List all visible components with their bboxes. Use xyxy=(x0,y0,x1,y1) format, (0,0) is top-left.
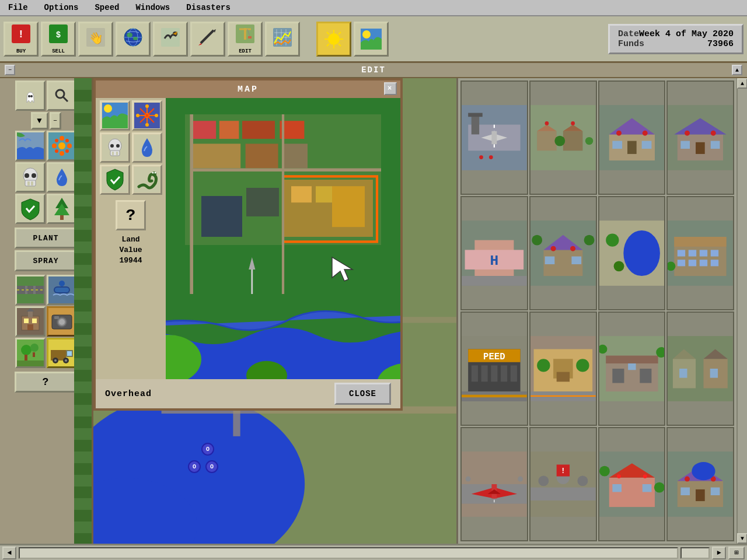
wildlife-button[interactable] xyxy=(153,22,188,57)
svg-point-129 xyxy=(145,104,149,108)
svg-rect-213 xyxy=(544,257,554,264)
map-shield-button[interactable] xyxy=(100,164,130,195)
svg-point-191 xyxy=(642,131,647,136)
minimize-sidebar-button[interactable]: − xyxy=(50,112,61,130)
sidebar-row-5 xyxy=(15,306,77,337)
map-skull-button[interactable] xyxy=(100,132,130,163)
map-close-x-button[interactable]: × xyxy=(384,82,397,95)
menu-disasters[interactable]: Disasters xyxy=(178,2,239,13)
svg-line-36 xyxy=(338,32,341,34)
buy-button[interactable]: ! BUY xyxy=(4,22,39,57)
svg-rect-240 xyxy=(501,365,507,382)
tile-3-2 xyxy=(529,312,597,426)
map-icon-row-2 xyxy=(100,132,162,163)
trees-button[interactable] xyxy=(47,194,77,224)
svg-rect-158 xyxy=(291,186,312,202)
map-title: MAP xyxy=(238,85,259,94)
plant-button[interactable]: PLANT xyxy=(15,228,78,249)
right-panel: H xyxy=(456,78,736,544)
map-image-area[interactable] xyxy=(166,98,400,408)
svg-point-52 xyxy=(67,144,72,148)
game-world[interactable]: O O O MAP × xyxy=(93,78,456,544)
map-firework-button[interactable] xyxy=(132,100,162,131)
menu-windows[interactable]: Windows xyxy=(127,2,178,13)
svg-point-212 xyxy=(570,246,575,251)
svg-text:!: ! xyxy=(18,29,25,40)
editbar-minimize-button[interactable]: − xyxy=(5,65,15,75)
svg-text:PEED: PEED xyxy=(483,352,505,362)
info-panel: Date Week 4 of May 2020 Funds 73966 xyxy=(608,24,743,54)
spray-button[interactable]: SPRAY xyxy=(15,250,78,271)
svg-rect-193 xyxy=(641,141,651,149)
svg-point-51 xyxy=(52,144,57,148)
zoom-in-button[interactable] xyxy=(15,80,46,111)
scroll-down-sidebar-button[interactable]: ▼ xyxy=(31,112,48,130)
sidebar-row-6 xyxy=(15,338,77,368)
map-snake-button[interactable] xyxy=(132,164,162,195)
park-button[interactable] xyxy=(15,338,46,368)
line-tool-button[interactable] xyxy=(190,22,225,57)
crane-button[interactable]: EDIT xyxy=(228,22,263,57)
water-pipe-button[interactable] xyxy=(47,275,77,305)
map-question-button[interactable]: ? xyxy=(116,200,146,230)
chart-button[interactable] xyxy=(265,22,300,57)
tile-4-4 xyxy=(666,427,734,541)
land-value-label: Land xyxy=(119,235,142,245)
svg-rect-139 xyxy=(116,152,118,155)
toolbar: ! BUY $ SELL 👋 xyxy=(0,16,747,63)
editbar-title: EDIT xyxy=(20,65,727,75)
svg-point-41 xyxy=(28,95,30,97)
tile-3-1: PEED xyxy=(460,312,528,426)
svg-point-42 xyxy=(30,95,33,97)
tile-4-2: ! xyxy=(529,427,597,541)
skull-button[interactable] xyxy=(15,162,46,192)
svg-point-104 xyxy=(54,359,57,362)
road-marker-1: O xyxy=(201,443,214,456)
status-bar-main xyxy=(19,547,678,559)
svg-rect-154 xyxy=(283,144,308,168)
menu-options[interactable]: Options xyxy=(36,2,87,13)
scroll-down-button[interactable]: ▼ xyxy=(737,533,747,544)
svg-rect-231 xyxy=(711,260,718,266)
svg-point-176 xyxy=(479,155,483,159)
svg-point-54 xyxy=(65,139,69,142)
svg-rect-71 xyxy=(17,286,44,294)
right-scrollbar: ▲ ▼ xyxy=(736,78,747,544)
menu-file[interactable]: File xyxy=(0,2,36,13)
editbar-maximize-button[interactable]: ▲ xyxy=(732,65,742,75)
svg-rect-243 xyxy=(462,395,527,397)
status-right-button[interactable]: ► xyxy=(712,547,726,559)
crane-icon xyxy=(235,23,256,47)
map-landscape-button[interactable] xyxy=(100,100,130,131)
overhead-label: Overhead xyxy=(105,389,152,399)
close-button[interactable]: CLOSE xyxy=(334,383,391,405)
flower-terrain-button[interactable] xyxy=(47,131,77,161)
water-drop-button[interactable] xyxy=(47,162,77,192)
globe-button[interactable] xyxy=(116,22,151,57)
truck-button[interactable] xyxy=(47,338,77,368)
svg-rect-274 xyxy=(530,488,596,501)
scroll-up-button[interactable]: ▲ xyxy=(737,78,747,89)
sun-icon-button[interactable] xyxy=(316,22,351,57)
sell-button[interactable]: $ SELL xyxy=(41,22,76,57)
svg-rect-91 xyxy=(54,316,59,319)
status-grid-button[interactable]: ⊞ xyxy=(728,547,745,559)
status-left-button[interactable]: ◄ xyxy=(2,547,16,559)
map-water-drop-button[interactable] xyxy=(132,132,162,163)
svg-point-288 xyxy=(643,474,647,478)
road-button[interactable] xyxy=(15,275,46,305)
terrain-water-button[interactable] xyxy=(15,131,46,161)
menu-speed[interactable]: Speed xyxy=(86,2,127,13)
svg-point-275 xyxy=(538,475,549,486)
svg-rect-96 xyxy=(33,352,35,357)
shield-green-button[interactable] xyxy=(15,194,46,224)
svg-rect-83 xyxy=(32,318,37,323)
help-button[interactable]: ? xyxy=(15,372,78,393)
hand-tool-button[interactable]: 👋 xyxy=(78,22,113,57)
power-button[interactable] xyxy=(15,306,46,337)
search-button[interactable] xyxy=(47,80,77,111)
scroll-track[interactable] xyxy=(738,89,747,533)
landscape-icon-button[interactable] xyxy=(354,22,389,57)
svg-point-131 xyxy=(136,114,139,117)
camera-button[interactable] xyxy=(47,306,77,337)
